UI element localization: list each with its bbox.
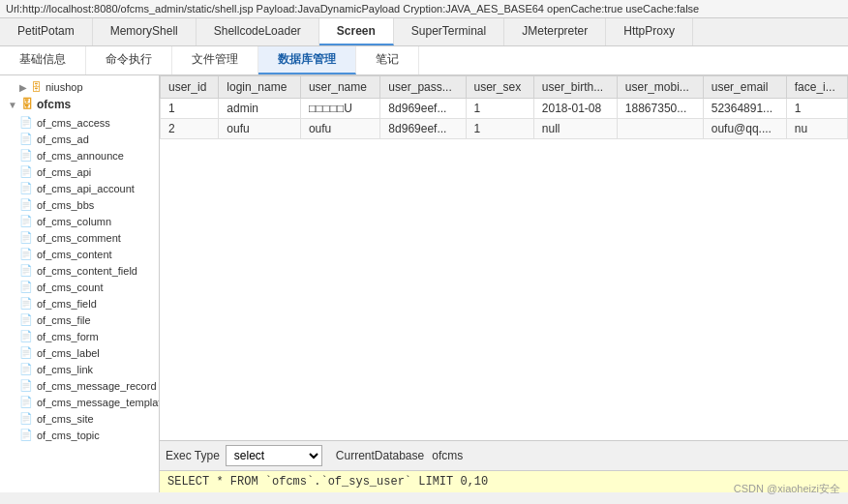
subnav-cmd[interactable]: 命令执行 [86, 46, 172, 74]
sidebar-label-niushop: niushop [45, 81, 83, 93]
content-area: user_id login_name user_name user_pass..… [160, 75, 848, 492]
cell-user_sex: 1 [466, 119, 533, 139]
sidebar-item-of_cms_comment[interactable]: 📄 of_cms_comment [0, 229, 159, 246]
sidebar-label: of_cms_access [37, 117, 110, 129]
nav-item-httpproxy[interactable]: HttpProxy [606, 18, 693, 45]
current-db-value: ofcms [432, 449, 463, 462]
table-icon: 📄 [19, 165, 33, 178]
sidebar-label: of_cms_announce [37, 150, 124, 162]
col-user_birth: user_birth... [533, 76, 617, 99]
col-user_sex: user_sex [466, 76, 533, 99]
sidebar-item-of_cms_content_field[interactable]: 📄 of_cms_content_field [0, 262, 159, 279]
subnav-basics[interactable]: 基础信息 [0, 46, 86, 74]
sidebar-item-ofcms[interactable]: ▼ 🗄 ofcms [0, 95, 159, 114]
cell-user_name: □□□□□U [300, 99, 379, 119]
table-icon: 📄 [19, 264, 33, 277]
sidebar-label: of_cms_label [37, 347, 100, 359]
cell-user_pass: 8d969eef... [380, 99, 466, 119]
table-icon: 📄 [19, 330, 33, 342]
table-icon: 📄 [19, 379, 33, 392]
top-nav: PetitPotam MemoryShell ShellcodeLoader S… [0, 18, 848, 46]
table-icon: 📄 [19, 133, 33, 145]
table-icon: 📄 [19, 231, 33, 244]
bottom-bar: Exec Type select update insert delete Cu… [160, 440, 848, 470]
sidebar-item-of_cms_message_record[interactable]: 📄 of_cms_message_record [0, 377, 159, 394]
sidebar-item-of_cms_api_account[interactable]: 📄 of_cms_api_account [0, 180, 159, 196]
table-icon: 📄 [19, 412, 33, 425]
sidebar-item-of_cms_count[interactable]: 📄 of_cms_count [0, 279, 159, 295]
sidebar-label: of_cms_field [37, 298, 97, 310]
sidebar-item-of_cms_column[interactable]: 📄 of_cms_column [0, 213, 159, 229]
cell-user_id: 2 [161, 119, 219, 139]
col-user_pass: user_pass... [380, 76, 466, 99]
sidebar-item-of_cms_api[interactable]: 📄 of_cms_api [0, 163, 159, 180]
cell-face_i: nu [786, 119, 847, 139]
table-icon: 📄 [19, 116, 33, 129]
sidebar-item-of_cms_label[interactable]: 📄 of_cms_label [0, 344, 159, 361]
table-icon: 📄 [19, 215, 33, 227]
sidebar-item-of_cms_message_template[interactable]: 📄 of_cms_message_template [0, 394, 159, 410]
table-icon: 📄 [19, 429, 33, 441]
cell-user_id: 1 [161, 99, 219, 119]
url-text: Url:http://localhost:8080/ofcms_admin/st… [6, 3, 699, 15]
subnav-db[interactable]: 数据库管理 [258, 46, 356, 74]
db-icon-niushop: 🗄 [31, 81, 42, 93]
nav-item-jmeterpreter[interactable]: JMeterpreter [504, 18, 606, 45]
sidebar-label: of_cms_bbs [37, 199, 94, 211]
table-icon: 📄 [19, 363, 33, 375]
col-user_id: user_id [161, 76, 219, 99]
sidebar-item-of_cms_file[interactable]: 📄 of_cms_file [0, 311, 159, 328]
cell-user_pass: 8d969eef... [380, 119, 466, 139]
sidebar-item-of_cms_topic[interactable]: 📄 of_cms_topic [0, 427, 159, 443]
table-container[interactable]: user_id login_name user_name user_pass..… [160, 75, 848, 440]
sidebar-label: of_cms_api_account [37, 183, 135, 194]
sidebar-item-of_cms_field[interactable]: 📄 of_cms_field [0, 295, 159, 311]
nav-item-petitpotam[interactable]: PetitPotam [0, 18, 93, 45]
sql-text: SELECT * FROM `ofcms`.`of_sys_user` LIMI… [167, 475, 488, 489]
table-row[interactable]: 2 oufu oufu 8d969eef... 1 null oufu@qq..… [161, 119, 848, 139]
current-db-label: CurrentDatabase [336, 449, 424, 462]
sidebar-item-of_cms_announce[interactable]: 📄 of_cms_announce [0, 147, 159, 163]
subnav-notes[interactable]: 笔记 [356, 46, 419, 74]
table-icon: 📄 [19, 396, 33, 408]
nav-item-shellcodeloader[interactable]: ShellcodeLoader [197, 18, 319, 45]
sidebar-label: of_cms_message_record [37, 380, 157, 392]
sidebar-label: of_cms_count [37, 282, 103, 293]
sidebar-item-of_cms_link[interactable]: 📄 of_cms_link [0, 361, 159, 377]
sidebar-item-of_cms_access[interactable]: 📄 of_cms_access [0, 114, 159, 131]
exec-type-select[interactable]: select update insert delete [226, 445, 322, 466]
table-icon: 📄 [19, 297, 33, 310]
watermark: CSDN @xiaoheizi安全 [734, 482, 840, 496]
table-icon: 📄 [19, 281, 33, 293]
nav-item-superterminal[interactable]: SuperTerminal [394, 18, 504, 45]
sidebar-item-of_cms_content[interactable]: 📄 of_cms_content [0, 246, 159, 262]
sidebar-label: of_cms_link [37, 364, 93, 375]
table-icon: 📄 [19, 198, 33, 211]
sidebar-item-of_cms_form[interactable]: 📄 of_cms_form [0, 328, 159, 344]
sidebar-item-of_cms_ad[interactable]: 📄 of_cms_ad [0, 131, 159, 147]
sidebar-item-niushop[interactable]: ▶ 🗄 niushop [0, 79, 159, 95]
sidebar-item-of_cms_site[interactable]: 📄 of_cms_site [0, 410, 159, 427]
cell-user_mobi [617, 119, 703, 139]
arrow-down-icon: ▼ [8, 100, 17, 110]
sidebar-label: of_cms_topic [37, 430, 100, 441]
table-icon: 📄 [19, 313, 33, 326]
data-table: user_id login_name user_name user_pass..… [160, 75, 848, 139]
col-login_name: login_name [219, 76, 301, 99]
nav-item-screen[interactable]: Screen [319, 18, 394, 45]
col-user_mobi: user_mobi... [617, 76, 703, 99]
cell-user_email: oufu@qq.... [703, 119, 786, 139]
col-user_email: user_email [703, 76, 786, 99]
cell-user_name: oufu [300, 119, 379, 139]
nav-item-memoryshell[interactable]: MemoryShell [93, 18, 197, 45]
table-row[interactable]: 1 admin □□□□□U 8d969eef... 1 2018-01-08 … [161, 99, 848, 119]
cell-login_name: oufu [219, 119, 301, 139]
table-icon: 📄 [19, 182, 33, 194]
sidebar-label: of_cms_site [37, 413, 94, 425]
db-icon-ofcms: 🗄 [21, 98, 33, 111]
subnav-file[interactable]: 文件管理 [172, 46, 258, 74]
sidebar-item-of_cms_bbs[interactable]: 📄 of_cms_bbs [0, 196, 159, 213]
arrow-right-icon: ▶ [19, 82, 27, 93]
table-icon: 📄 [19, 346, 33, 359]
sidebar: ▶ 🗄 niushop ▼ 🗄 ofcms 📄 of_cms_access 📄 … [0, 75, 160, 492]
